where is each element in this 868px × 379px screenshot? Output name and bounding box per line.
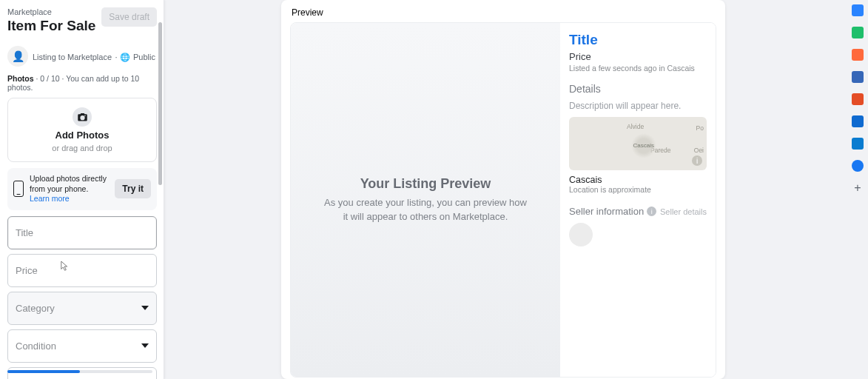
try-it-button[interactable]: Try it: [115, 179, 151, 198]
preview-title: Title: [569, 32, 707, 48]
preview-placeholder-title: Your Listing Preview: [360, 176, 491, 192]
preview-map[interactable]: Alvide Po Parede Oei Cascais i: [569, 117, 707, 170]
category-select[interactable]: Category: [7, 292, 157, 325]
seller-details-link[interactable]: Seller details: [660, 207, 707, 216]
preview-placeholder-body: As you create your listing, you can prev…: [322, 196, 529, 224]
rail-app-icon[interactable]: [852, 71, 864, 83]
preview-description-placeholder: Description will appear here.: [569, 101, 707, 111]
map-label: Oei: [694, 147, 704, 154]
rail-app-icon[interactable]: [852, 115, 864, 127]
audience-label[interactable]: Public: [133, 53, 155, 61]
photos-count-label: Photos · 0 / 10 · You can add up to 10 p…: [0, 71, 164, 95]
seller-info-heading: Seller information: [569, 206, 644, 217]
avatar[interactable]: 👤: [7, 46, 28, 67]
breadcrumb[interactable]: Marketplace: [7, 7, 95, 16]
rail-app-icon[interactable]: [852, 49, 864, 61]
preview-details-pane: Title Price Listed a few seconds ago in …: [560, 23, 716, 377]
preview-listed-line: Listed a few seconds ago in Cascais: [569, 64, 707, 73]
preview-placeholder-pane: Your Listing Preview As you create your …: [291, 23, 560, 377]
drag-drop-label: or drag and drop: [52, 144, 112, 152]
add-photo-icon: [73, 107, 92, 127]
preview-heading: Preview: [281, 0, 725, 22]
preview-card: Preview Your Listing Preview As you crea…: [281, 0, 725, 379]
right-app-rail: +: [850, 4, 865, 194]
rail-app-icon[interactable]: [852, 27, 864, 38]
info-icon[interactable]: i: [692, 155, 702, 166]
map-label: Po: [696, 124, 704, 132]
preview-location-name: Cascais: [569, 175, 707, 185]
rail-add-icon[interactable]: +: [852, 182, 864, 194]
form-progress-bar: [7, 370, 152, 373]
left-scroll-thumb[interactable]: [158, 22, 162, 185]
chevron-down-icon: [141, 306, 149, 310]
chevron-down-icon: [141, 343, 149, 348]
title-input[interactable]: Title: [7, 216, 157, 249]
rail-app-icon[interactable]: [852, 4, 864, 16]
price-input[interactable]: Price: [7, 254, 157, 287]
phone-icon: [13, 181, 24, 197]
globe-icon: 🌐: [120, 53, 130, 61]
page-title: Item For Sale: [7, 18, 95, 34]
add-photos-label: Add Photos: [55, 130, 110, 141]
rail-app-icon[interactable]: [852, 138, 864, 150]
upload-from-phone-card: Upload photos directly from your phone. …: [7, 168, 157, 210]
upload-hint-text: Upload photos directly from your phone. …: [30, 174, 109, 204]
map-pin-icon: Cascais: [631, 133, 656, 158]
add-photos-dropzone[interactable]: Add Photos or drag and drop: [7, 98, 157, 162]
learn-more-link[interactable]: Learn more: [30, 194, 70, 203]
rail-app-icon[interactable]: [852, 93, 864, 105]
preview-location-hint: Location is approximate: [569, 185, 707, 194]
map-label: Alvide: [627, 123, 644, 130]
rail-app-icon[interactable]: [852, 160, 864, 172]
preview-price: Price: [569, 51, 707, 62]
save-draft-button[interactable]: Save draft: [101, 7, 157, 27]
condition-select[interactable]: Condition: [7, 329, 157, 363]
listing-to-label: Listing to Marketplace: [33, 53, 112, 61]
preview-details-heading: Details: [569, 83, 707, 95]
seller-avatar[interactable]: [569, 223, 593, 246]
info-icon[interactable]: i: [647, 207, 656, 216]
listing-form-panel: Marketplace Item For Sale Save draft 👤 L…: [0, 0, 164, 379]
